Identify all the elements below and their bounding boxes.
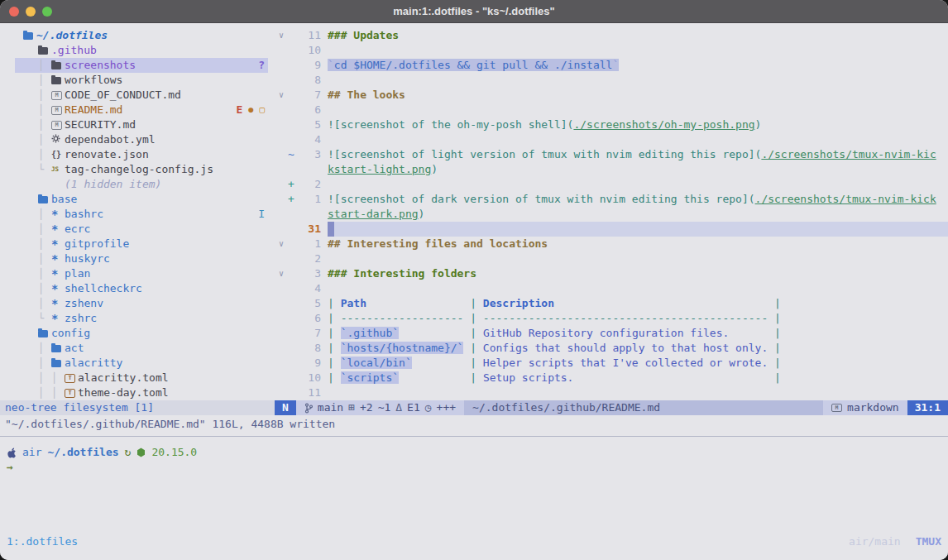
- editor-statusline: N main ⊞ +2 ~1 Δ E1 ◷ +++ ~/.dotfiles/.g…: [275, 400, 948, 415]
- tree-item-gitprofile[interactable]: │*gitprofile: [0, 237, 275, 251]
- tree-item-readme.md[interactable]: │MREADME.mdE●▢: [0, 103, 275, 117]
- tree-item-theme-day.toml[interactable]: ││Ttheme-day.toml: [0, 385, 275, 400]
- editor-line-text: | `local/bin` | Helper scripts that I've…: [328, 356, 948, 371]
- text-span: ): [755, 118, 762, 131]
- editor-line[interactable]: 7| `.github` | GitHub Repository configu…: [275, 326, 948, 341]
- editor-line[interactable]: ∨7## The looks: [275, 88, 948, 103]
- text-span: |: [463, 297, 482, 309]
- tree-item-screenshots[interactable]: │screenshots?: [0, 58, 275, 73]
- editor-line-text: | Path | Description |: [328, 296, 948, 311]
- title-bar[interactable]: main:1:.dotfiles - "ks~/.dotfiles": [0, 0, 948, 23]
- toml-file-icon: T: [65, 389, 75, 398]
- sign-column: [288, 88, 299, 103]
- tree-item-config[interactable]: config: [0, 326, 275, 341]
- tree-item-label: ecrc: [65, 222, 90, 237]
- tree-item-base[interactable]: base: [0, 192, 275, 207]
- text-span: |: [463, 342, 482, 354]
- indent-guide: │: [38, 341, 51, 356]
- zoom-button[interactable]: [42, 7, 52, 17]
- editor-line[interactable]: 2: [275, 251, 948, 266]
- text-span: |: [768, 357, 781, 369]
- text-span: [399, 327, 463, 339]
- editor-line[interactable]: 5| Path | Description |: [275, 296, 948, 311]
- indent-guide: │: [51, 371, 65, 385]
- tree-item-alacritty.toml[interactable]: ││Talacritty.toml: [0, 371, 275, 385]
- folder-icon: [51, 77, 61, 84]
- editor-line[interactable]: +1![screenshot of dark version of tmux w…: [275, 192, 948, 207]
- editor-line[interactable]: ~3![screenshot of light version of tmux …: [275, 147, 948, 162]
- tree-item-security.md[interactable]: │MSECURITY.md: [0, 117, 275, 132]
- tree-item-.github[interactable]: .github: [0, 43, 275, 58]
- editor-line[interactable]: 31: [275, 222, 948, 237]
- editor-line[interactable]: start-dark.png): [275, 207, 948, 222]
- tree-item-dependabot.yml[interactable]: │dependabot.yml: [0, 132, 275, 147]
- tree-item--.dotfiles[interactable]: ~/.dotfiles: [0, 28, 275, 43]
- folder-icon: [51, 62, 61, 69]
- minimize-button[interactable]: [26, 7, 36, 17]
- tree-item-huskyrc[interactable]: │*huskyrc: [0, 251, 275, 266]
- tree-item-plan[interactable]: │*plan: [0, 266, 275, 281]
- tree-item-zshenv[interactable]: │*zshenv: [0, 296, 275, 311]
- tmux-window-label[interactable]: 1:.dotfiles: [7, 534, 78, 549]
- editor-line-text: ### Updates: [328, 28, 948, 43]
- tree-item-label: shellcheckrc: [65, 281, 142, 296]
- editor-line[interactable]: kstart-light.png): [275, 162, 948, 177]
- editor-line[interactable]: 4: [275, 132, 948, 147]
- text-span: Path: [341, 297, 366, 309]
- tree-item-tag-changelog-config.js[interactable]: └JStag-changelog-config.js: [0, 162, 275, 177]
- editor-line[interactable]: ∨1## Interesting files and locations: [275, 237, 948, 251]
- fold-column: [275, 207, 288, 222]
- prompt-arrow[interactable]: →: [7, 460, 13, 475]
- editor-line[interactable]: 10: [275, 43, 948, 58]
- close-button[interactable]: [9, 7, 19, 17]
- tree-item--1-hidden-item-[interactable]: (1 hidden item): [0, 177, 275, 192]
- text-span: ## Interesting files and locations: [328, 237, 548, 250]
- status-badge: ?: [258, 58, 265, 73]
- tree-item-zshrc[interactable]: └*zshrc: [0, 311, 275, 326]
- tree-item-act[interactable]: │act: [0, 341, 275, 356]
- editor-line[interactable]: 6: [275, 103, 948, 117]
- indent-guide: │: [38, 58, 51, 73]
- tree-item-label: screenshots: [65, 58, 136, 73]
- tree-item-renovate.json[interactable]: │{}renovate.json: [0, 147, 275, 162]
- git-sign: +: [288, 192, 299, 207]
- editor-line-text: | `.github` | GitHub Repository configur…: [328, 326, 948, 341]
- javascript-icon: JS: [51, 162, 59, 177]
- tree-item-workflows[interactable]: │workflows: [0, 73, 275, 88]
- fold-column: [275, 132, 288, 147]
- editor-line-text: [328, 177, 948, 192]
- tree-item-bashrc[interactable]: │*bashrcI: [0, 207, 275, 222]
- editor-buffer: ∨11### Updates109`cd $HOME/.dotfiles && …: [275, 28, 948, 400]
- text-span: |: [768, 342, 781, 354]
- text-span: |: [328, 357, 341, 369]
- editor-line[interactable]: 8: [275, 73, 948, 88]
- tree-item-icon-slot: *: [51, 255, 65, 263]
- text-span: [399, 371, 463, 384]
- tree-item-ecrc[interactable]: │*ecrc: [0, 222, 275, 237]
- editor-line[interactable]: +2: [275, 177, 948, 192]
- indent-guide: └: [38, 311, 51, 326]
- tmux-pane-divider[interactable]: [0, 436, 948, 437]
- editor-line[interactable]: 5![screenshot of the oh-my-posh shell](.…: [275, 117, 948, 132]
- editor-line[interactable]: 6| ------------------- | ---------------…: [275, 311, 948, 326]
- editor-line[interactable]: ∨3### Interesting folders: [275, 266, 948, 281]
- editor-line[interactable]: 9`cd $HOME/.dotfiles && git pull && ./in…: [275, 58, 948, 73]
- dotfile-star-icon: *: [51, 255, 58, 263]
- editor-line[interactable]: 10| `scripts` | Setup scripts. |: [275, 371, 948, 385]
- editor-line[interactable]: 8| `hosts/{hostname}/` | Configs that sh…: [275, 341, 948, 356]
- tree-item-label: CODE_OF_CONDUCT.md: [65, 88, 181, 103]
- indent-guide: │: [38, 296, 51, 311]
- fold-column: [275, 281, 288, 296]
- editor-line[interactable]: ∨11### Updates: [275, 28, 948, 43]
- tree-item-shellcheckrc[interactable]: │*shellcheckrc: [0, 281, 275, 296]
- editor-line[interactable]: 4: [275, 281, 948, 296]
- tree-item-alacritty[interactable]: │alacritty: [0, 356, 275, 371]
- tree-item-icon-slot: *: [51, 270, 65, 278]
- indent-guide: │: [38, 266, 51, 281]
- editor-line[interactable]: 9| `local/bin` | Helper scripts that I'v…: [275, 356, 948, 371]
- editor-line[interactable]: 11: [275, 385, 948, 400]
- status-badge: ●: [248, 103, 253, 117]
- tree-item-code-of-conduct.md[interactable]: │MCODE_OF_CONDUCT.md: [0, 88, 275, 103]
- editor-line-text: ## Interesting files and locations: [328, 237, 948, 251]
- text-span: `local/bin`: [341, 357, 412, 369]
